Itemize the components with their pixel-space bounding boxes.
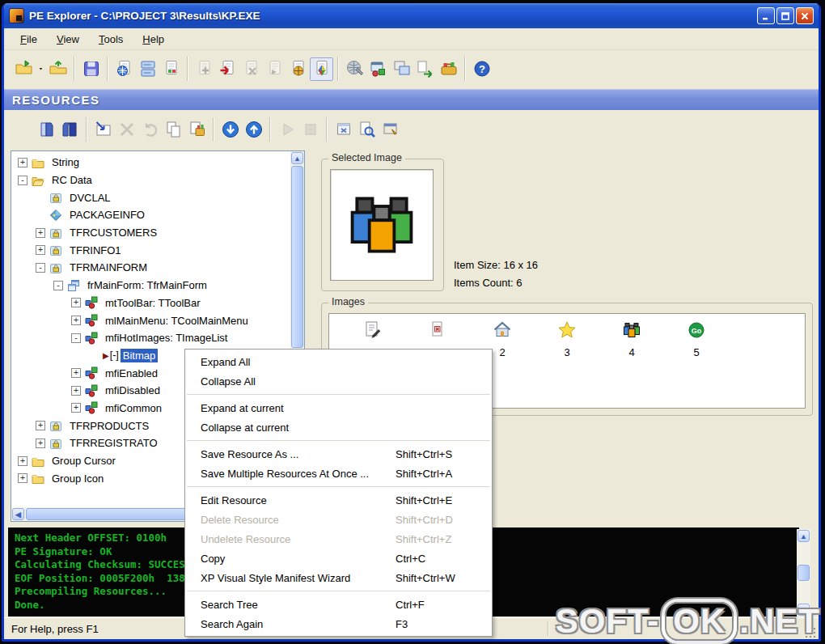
expand-toggle-collapsed[interactable]: + — [71, 403, 81, 413]
console-scroll-up-button[interactable]: ▲ — [798, 530, 810, 542]
minimize-button[interactable] — [757, 7, 775, 24]
context-menu-item[interactable]: Save Multiple Resources At Once ...Shift… — [185, 464, 492, 483]
toolbox-button[interactable] — [437, 57, 460, 81]
stop-button — [298, 117, 322, 141]
context-menu-item[interactable]: Search AgainF3 — [185, 614, 492, 633]
close-button[interactable] — [796, 7, 814, 24]
menu-file[interactable]: File — [11, 30, 47, 49]
next-resource-button[interactable] — [58, 117, 82, 141]
tree-item[interactable]: +mlMainMenu: TCoolMainMenu — [11, 311, 290, 329]
folder-icon — [32, 156, 45, 169]
window-title: PE Explorer - C:\PROJECT 3\Results\KP.EX… — [29, 10, 757, 22]
prev-resource-button[interactable] — [35, 117, 58, 141]
move-up-button[interactable] — [242, 117, 265, 141]
tree-item[interactable]: +TFRINFO1 — [11, 241, 290, 259]
move-down-button[interactable] — [218, 117, 242, 141]
image-item[interactable]: 3 — [535, 320, 599, 358]
context-menu-item[interactable]: Expand at current — [185, 398, 492, 417]
expand-toggle-expanded[interactable]: - — [18, 176, 28, 185]
expand-toggle-collapsed[interactable]: + — [36, 245, 45, 255]
tree-item[interactable]: +TFRCUSTOMERS — [11, 224, 290, 242]
menu-tools[interactable]: Tools — [89, 30, 133, 49]
preview-window-button[interactable] — [332, 117, 355, 141]
exports-button[interactable] — [413, 57, 437, 81]
context-menu-item[interactable]: Collapse All — [185, 371, 492, 391]
open-file-dropdown-button[interactable] — [36, 57, 46, 81]
expand-toggle-collapsed[interactable]: + — [18, 456, 28, 466]
tree-scroll-up-button[interactable]: ▲ — [291, 152, 303, 164]
tree-item-label: mfiHotImages: TImageList — [103, 331, 230, 345]
menu-item-label: Collapse at current — [201, 422, 396, 434]
maximize-button[interactable] — [776, 7, 794, 24]
image-item[interactable]: Go5 — [664, 320, 729, 358]
people-icon — [622, 320, 641, 343]
edit-resource-button[interactable] — [91, 117, 115, 141]
open-file-button[interactable] — [12, 57, 36, 81]
component-icon — [85, 296, 99, 309]
context-menu-item[interactable]: Collapse at current — [185, 417, 492, 437]
expand-toggle-collapsed[interactable]: + — [71, 298, 81, 307]
tree-item[interactable]: +mtToolBar: TToolBar — [11, 294, 290, 312]
properties-button[interactable] — [379, 117, 402, 141]
toolbar-separator — [187, 57, 188, 81]
expand-toggle-collapsed[interactable]: + — [36, 228, 45, 238]
expand-toggle-collapsed[interactable]: + — [36, 421, 45, 430]
copy-button[interactable] — [162, 117, 185, 141]
expand-toggle-collapsed[interactable]: + — [71, 368, 81, 378]
expand-toggle-collapsed[interactable]: + — [18, 473, 28, 483]
tree-item[interactable]: -mfiHotImages: TImageList — [11, 329, 290, 347]
resource-icon — [49, 261, 63, 274]
close-file-button[interactable] — [46, 57, 70, 81]
expand-toggle-collapsed[interactable]: + — [71, 386, 81, 396]
expand-toggle-collapsed[interactable]: + — [18, 158, 28, 167]
tree-item[interactable]: PACKAGEINFO — [11, 206, 290, 224]
go-icon: Go — [687, 320, 706, 343]
compare-button[interactable] — [390, 57, 413, 81]
resource-editor-button[interactable] — [310, 57, 333, 81]
context-menu-item[interactable]: Save Resource As ...Shift+Ctrl+S — [185, 444, 492, 464]
expand-toggle-collapsed[interactable]: + — [71, 316, 81, 325]
tree-item-label: mfiDisabled — [103, 383, 163, 397]
context-menu-item[interactable]: Edit ResourceShift+Ctrl+E — [185, 490, 492, 510]
search-resource-button[interactable] — [355, 117, 379, 141]
tree-item[interactable]: -frMainForm: TfrMainForm — [11, 277, 290, 294]
expand-toggle-expanded[interactable]: - — [71, 333, 81, 343]
expand-toggle-expanded[interactable]: - — [53, 281, 63, 290]
expand-toggle-collapsed[interactable]: + — [36, 439, 45, 448]
dependency-scanner-button[interactable] — [366, 57, 390, 81]
viewer-button[interactable] — [286, 57, 310, 81]
context-menu-item[interactable]: XP Visual Style Manifest WizardShift+Ctr… — [185, 568, 492, 587]
tree-item-label: TFRPRODUCTS — [67, 419, 151, 433]
tree-scroll-thumb[interactable] — [291, 166, 303, 348]
image-index: 2 — [499, 346, 505, 358]
menu-item-shortcut: Ctrl+C — [396, 553, 480, 565]
tree-item[interactable]: DVCLAL — [11, 189, 290, 206]
disassembler-button[interactable] — [343, 57, 366, 81]
resource-view-button[interactable] — [159, 57, 183, 81]
context-menu-item[interactable]: Expand All — [185, 352, 492, 371]
expand-toggle-expanded[interactable]: - — [36, 263, 45, 273]
save-resource-button[interactable] — [185, 117, 209, 141]
resources-banner-label: RESOURCES — [12, 93, 100, 107]
tree-item[interactable]: -TFRMAINFORM — [11, 259, 290, 277]
save-button[interactable] — [79, 57, 103, 81]
import-item-button[interactable] — [216, 57, 239, 81]
context-menu-item: Undelete ResourceShift+Ctrl+Z — [185, 529, 492, 549]
tree-item[interactable]: -RC Data — [11, 172, 290, 189]
tree-scroll-left-button[interactable]: ◀ — [12, 508, 24, 520]
tree-item[interactable]: +String — [11, 154, 290, 172]
help-button[interactable]: ? — [470, 57, 493, 81]
title-bar[interactable]: PE Explorer - C:\PROJECT 3\Results\KP.EX… — [4, 3, 819, 28]
menu-item-label: XP Visual Style Manifest Wizard — [201, 572, 396, 584]
menu-item-shortcut: Shift+Ctrl+D — [396, 514, 480, 526]
menu-item-shortcut: Shift+Ctrl+E — [396, 494, 480, 506]
headers-view-button[interactable] — [112, 57, 136, 81]
menu-item-label: Copy — [201, 553, 396, 565]
menu-view[interactable]: View — [47, 30, 89, 49]
section-view-button[interactable] — [136, 57, 159, 81]
menu-help[interactable]: Help — [133, 30, 174, 49]
context-menu-item[interactable]: Search TreeCtrl+F — [185, 595, 492, 614]
context-menu-item[interactable]: CopyCtrl+C — [185, 549, 492, 568]
image-item[interactable]: 4 — [599, 320, 664, 358]
console-scroll-thumb[interactable] — [798, 565, 810, 581]
